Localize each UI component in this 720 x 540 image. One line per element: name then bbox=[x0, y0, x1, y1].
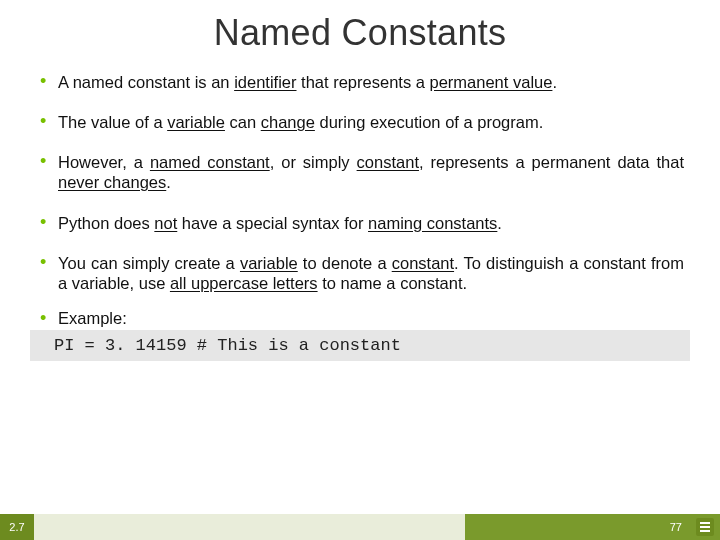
page-number: 77 bbox=[670, 514, 682, 540]
bullet-2: The value of a variable can change durin… bbox=[40, 112, 684, 132]
bullet-4: Python does not have a special syntax fo… bbox=[40, 213, 684, 233]
footer-strip-light bbox=[0, 514, 465, 540]
bullet-list: A named constant is an identifier that r… bbox=[0, 72, 720, 293]
example-block: Example: bbox=[0, 309, 720, 328]
bullet-3: However, a named constant, or simply con… bbox=[40, 152, 684, 192]
section-number: 2.7 bbox=[0, 514, 34, 540]
bullet-1: A named constant is an identifier that r… bbox=[40, 72, 684, 92]
slide: Named Constants A named constant is an i… bbox=[0, 0, 720, 540]
slide-title: Named Constants bbox=[0, 12, 720, 54]
bullet-5: You can simply create a variable to deno… bbox=[40, 253, 684, 293]
example-code: PI = 3. 14159 # This is a constant bbox=[30, 330, 690, 361]
menu-icon[interactable] bbox=[696, 518, 714, 536]
example-label: Example: bbox=[40, 309, 684, 328]
footer-bar: 2.7 77 bbox=[0, 514, 720, 540]
